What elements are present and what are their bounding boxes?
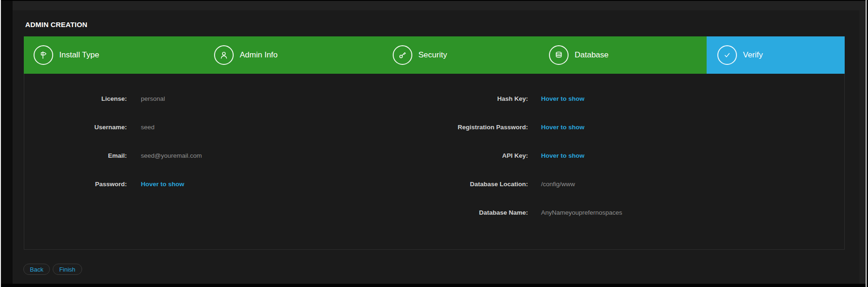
field-row: Email:seed@youremail.com: [24, 141, 416, 170]
step-database[interactable]: Database: [549, 36, 609, 74]
wizard-content-box: Install Type Admin Info: [24, 36, 845, 250]
window-border-right: [866, 0, 867, 287]
page-title: ADMIN CREATION: [25, 21, 87, 28]
key-icon: [393, 45, 412, 65]
hover-to-show-value[interactable]: Hover to show: [541, 124, 584, 131]
field-row: Database Name:AnyNameyouprefernospaces: [420, 198, 842, 227]
field-label: API Key:: [420, 152, 528, 159]
wizard-stepper: Install Type Admin Info: [24, 36, 845, 74]
field-row: Username:seed: [24, 113, 416, 141]
step-security[interactable]: Security: [393, 36, 447, 74]
screen: ADMIN CREATION Install Type: [0, 0, 868, 287]
back-button[interactable]: Back: [23, 264, 50, 275]
admin-creation-panel: ADMIN CREATION Install Type: [13, 10, 860, 284]
database-icon: [549, 45, 569, 65]
page-top-strip: [1, 1, 866, 10]
field-row: Hash Key:Hover to show: [420, 84, 842, 113]
field-row: Database Location:/config/www: [420, 170, 842, 198]
finish-button[interactable]: Finish: [53, 264, 82, 275]
step-label: Admin Info: [240, 50, 278, 60]
field-value: seed: [141, 124, 154, 131]
step-verify[interactable]: Verify: [717, 36, 763, 74]
check-icon: [717, 45, 737, 65]
field-row: API Key:Hover to show: [420, 141, 842, 170]
field-value: seed@youremail.com: [141, 152, 202, 159]
step-label: Verify: [743, 50, 763, 60]
verify-form-left-column: License:personalUsername:seedEmail:seed@…: [24, 84, 416, 198]
wizard-footer: Back Finish: [23, 264, 82, 275]
field-label: Username:: [24, 124, 127, 131]
field-label: Registration Password:: [420, 124, 528, 131]
step-admin-info[interactable]: Admin Info: [214, 36, 278, 74]
field-label: Email:: [24, 152, 127, 159]
step-label: Security: [418, 50, 447, 60]
field-value: AnyNameyouprefernospaces: [541, 209, 622, 216]
step-label: Install Type: [59, 50, 99, 60]
field-label: Hash Key:: [420, 95, 528, 102]
field-value: /config/www: [541, 181, 575, 188]
user-icon: [214, 45, 234, 65]
hover-to-show-value[interactable]: Hover to show: [141, 181, 184, 188]
field-value: personal: [141, 95, 165, 102]
step-label: Database: [575, 50, 609, 60]
collapsed-sidebar-strip: [1, 1, 13, 284]
field-label: Database Location:: [420, 181, 528, 188]
field-label: Password:: [24, 181, 127, 188]
step-install-type[interactable]: Install Type: [34, 36, 99, 74]
scrollbar-track[interactable]: [860, 1, 866, 284]
field-row: Registration Password:Hover to show: [420, 113, 842, 141]
field-label: License:: [24, 95, 127, 102]
field-row: License:personal: [24, 84, 416, 113]
hover-to-show-value[interactable]: Hover to show: [541, 152, 584, 159]
hover-to-show-value[interactable]: Hover to show: [541, 95, 584, 102]
field-row: Password:Hover to show: [24, 170, 416, 198]
signpost-icon: [34, 45, 53, 65]
window-border-left: [0, 0, 1, 287]
field-label: Database Name:: [420, 209, 528, 216]
verify-form-right-column: Hash Key:Hover to showRegistration Passw…: [420, 84, 842, 227]
step-verify-segment: Verify: [707, 36, 845, 74]
